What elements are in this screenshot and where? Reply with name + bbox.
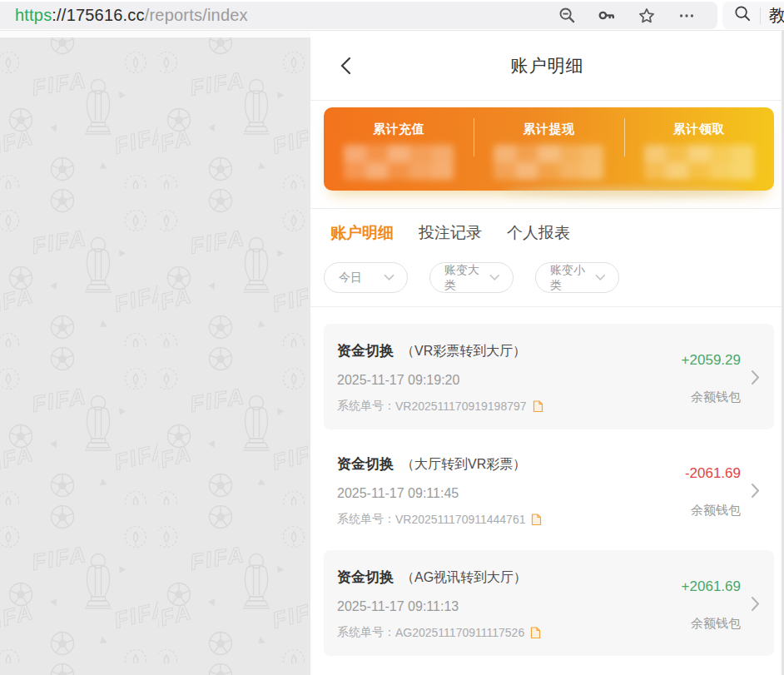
record-row[interactable]: 资金切换 （AG视讯转到大厅） 2025-11-17 09:11:13 系统单号… [324,550,774,656]
tab-label: 个人报表 [507,222,570,251]
fifa-pattern-svg: FIFA [0,31,310,675]
redacted-value [344,145,454,180]
record-detail: （VR彩票转到大厅） [401,343,526,360]
record-amount: +2059.29 [682,352,741,369]
page-header: 账户明细 [310,31,784,101]
record-order-no: VR202511170911444761 [395,513,525,526]
filter-major-category-dropdown[interactable]: 账变大类 [429,262,514,293]
browser-toolbar: https://175616.cc/reports/index 教 [0,0,784,31]
filter-label: 账变小类 [550,263,595,293]
tab-account-detail[interactable]: 账户明细 [330,222,394,251]
record-time: 2025-11-17 09:11:13 [337,599,682,614]
record-amount: +2061.69 [682,578,741,595]
page-url: https://175616.cc/reports/index [15,6,248,25]
url-domain: 175616.cc [67,6,145,24]
back-button[interactable] [335,55,357,77]
search-bar-text: 教 [769,4,784,27]
page-title: 账户明细 [511,54,584,77]
copy-icon[interactable] [533,400,543,413]
search-icon [734,5,752,26]
summary-col-recharge: 累计充值 [324,107,474,191]
copy-icon[interactable] [530,627,541,639]
chevron-down-icon [595,274,606,281]
record-amount: -2061.69 [685,465,741,482]
record-detail: （大厅转到VR彩票） [401,456,526,474]
filter-date-dropdown[interactable]: 今日 [324,262,408,293]
record-wallet: 余额钱包 [691,616,741,632]
copy-icon[interactable] [531,514,542,526]
fifa-watermark-background: FIFA [0,31,310,675]
more-dots-icon[interactable] [677,7,696,25]
tab-label: 账户明细 [330,222,394,251]
summary-label: 累计领取 [673,122,725,137]
browser-search-bar[interactable]: 教 [722,2,784,29]
summary-col-withdraw: 累计提现 [474,107,623,191]
account-detail-panel: 账户明细 累计充值 累计提现 累计领取 账户明细 [310,31,784,675]
record-row[interactable]: 资金切换 （大厅转到VR彩票） 2025-11-17 09:11:45 系统单号… [324,437,774,543]
record-type: 资金切换 [337,341,394,360]
record-time: 2025-11-17 09:19:20 [337,373,682,388]
key-icon[interactable] [598,7,616,25]
url-separator: :// [52,6,66,24]
filter-label: 账变大类 [444,263,489,293]
url-protocol: https [15,6,52,24]
record-wallet: 余额钱包 [691,390,741,405]
summary-label: 累计提现 [523,122,574,137]
record-wallet: 余额钱包 [691,503,741,519]
chevron-down-icon [489,274,500,281]
redacted-value [494,145,603,180]
url-path: /reports/index [145,6,248,24]
tab-label: 投注记录 [419,222,482,251]
filter-minor-category-dropdown[interactable]: 账变小类 [535,262,619,293]
tab-personal-report[interactable]: 个人报表 [507,222,570,251]
record-order-no: VR202511170919198797 [395,400,527,413]
filter-bar: 今日 账变大类 账变小类 [310,251,784,293]
redacted-value [644,145,754,180]
summary-col-claim: 累计领取 [624,107,774,191]
bookmark-star-icon[interactable] [638,7,656,25]
filter-label: 今日 [339,270,362,285]
chevron-down-icon [384,274,394,281]
record-detail: （AG视讯转到大厅） [401,569,527,587]
chevron-right-icon[interactable] [741,370,769,385]
record-row[interactable]: 资金切换 （VR彩票转到大厅） 2025-11-17 09:19:20 系统单号… [324,324,774,429]
chevron-right-icon[interactable] [741,596,769,612]
zoom-out-icon[interactable] [558,7,576,25]
record-order-label: 系统单号： [337,512,395,527]
record-order-label: 系统单号： [337,399,395,414]
summary-card: 累计充值 累计提现 累计领取 [324,107,774,191]
record-order-no: AG202511170911117526 [395,626,524,639]
record-type: 资金切换 [337,454,394,474]
record-time: 2025-11-17 09:11:45 [337,486,685,501]
search-divider [760,7,761,24]
record-order-label: 系统单号： [337,625,395,640]
tab-bet-records[interactable]: 投注记录 [419,222,482,251]
record-type: 资金切换 [337,568,394,587]
record-list: 资金切换 （VR彩票转到大厅） 2025-11-17 09:19:20 系统单号… [310,307,784,656]
summary-label: 累计充值 [373,122,424,137]
chevron-right-icon[interactable] [741,483,769,499]
tab-bar: 账户明细 投注记录 个人报表 [310,209,784,251]
